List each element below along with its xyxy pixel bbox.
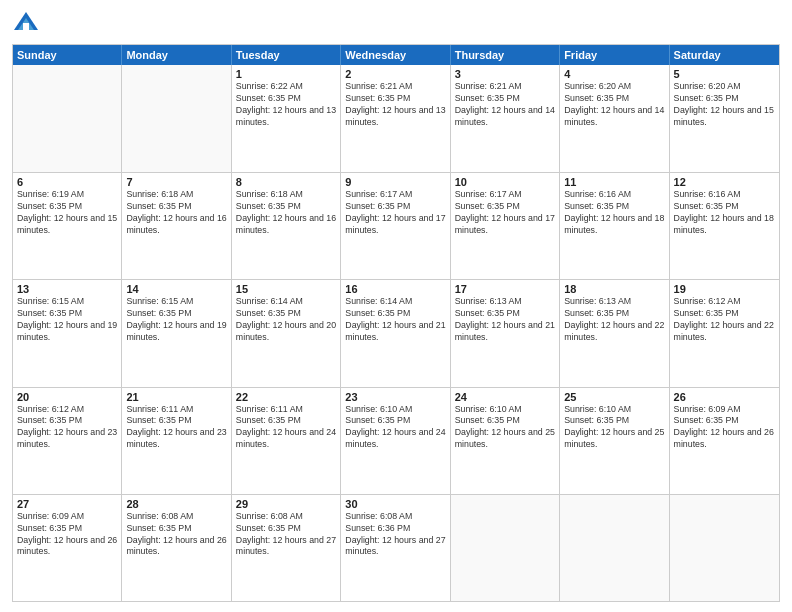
cell-info: Sunrise: 6:21 AMSunset: 6:35 PMDaylight:… [345,81,445,129]
logo [12,10,44,38]
calendar-cell: 1Sunrise: 6:22 AMSunset: 6:35 PMDaylight… [232,65,341,172]
day-number: 15 [236,283,336,295]
cell-info: Sunrise: 6:16 AMSunset: 6:35 PMDaylight:… [674,189,775,237]
cell-info: Sunrise: 6:11 AMSunset: 6:35 PMDaylight:… [126,404,226,452]
cell-info: Sunrise: 6:08 AMSunset: 6:35 PMDaylight:… [126,511,226,559]
calendar-cell: 11Sunrise: 6:16 AMSunset: 6:35 PMDayligh… [560,173,669,279]
cell-info: Sunrise: 6:12 AMSunset: 6:35 PMDaylight:… [674,296,775,344]
day-number: 16 [345,283,445,295]
cell-info: Sunrise: 6:12 AMSunset: 6:35 PMDaylight:… [17,404,117,452]
calendar-cell: 17Sunrise: 6:13 AMSunset: 6:35 PMDayligh… [451,280,560,386]
calendar-week-3: 13Sunrise: 6:15 AMSunset: 6:35 PMDayligh… [13,279,779,386]
cell-info: Sunrise: 6:14 AMSunset: 6:35 PMDaylight:… [236,296,336,344]
calendar-cell: 3Sunrise: 6:21 AMSunset: 6:35 PMDaylight… [451,65,560,172]
day-number: 17 [455,283,555,295]
day-number: 11 [564,176,664,188]
day-number: 5 [674,68,775,80]
cell-info: Sunrise: 6:10 AMSunset: 6:35 PMDaylight:… [564,404,664,452]
day-number: 14 [126,283,226,295]
calendar-cell: 22Sunrise: 6:11 AMSunset: 6:35 PMDayligh… [232,388,341,494]
day-number: 22 [236,391,336,403]
calendar-cell: 26Sunrise: 6:09 AMSunset: 6:35 PMDayligh… [670,388,779,494]
cell-info: Sunrise: 6:18 AMSunset: 6:35 PMDaylight:… [126,189,226,237]
cell-info: Sunrise: 6:17 AMSunset: 6:35 PMDaylight:… [345,189,445,237]
day-number: 21 [126,391,226,403]
day-number: 20 [17,391,117,403]
calendar-cell: 30Sunrise: 6:08 AMSunset: 6:36 PMDayligh… [341,495,450,601]
calendar-cell: 20Sunrise: 6:12 AMSunset: 6:35 PMDayligh… [13,388,122,494]
calendar-cell [670,495,779,601]
header-day-thursday: Thursday [451,45,560,65]
svg-rect-2 [23,23,29,30]
calendar-week-4: 20Sunrise: 6:12 AMSunset: 6:35 PMDayligh… [13,387,779,494]
cell-info: Sunrise: 6:18 AMSunset: 6:35 PMDaylight:… [236,189,336,237]
day-number: 4 [564,68,664,80]
cell-info: Sunrise: 6:13 AMSunset: 6:35 PMDaylight:… [564,296,664,344]
calendar-week-2: 6Sunrise: 6:19 AMSunset: 6:35 PMDaylight… [13,172,779,279]
cell-info: Sunrise: 6:08 AMSunset: 6:36 PMDaylight:… [345,511,445,559]
day-number: 18 [564,283,664,295]
day-number: 3 [455,68,555,80]
header-day-monday: Monday [122,45,231,65]
calendar-cell: 7Sunrise: 6:18 AMSunset: 6:35 PMDaylight… [122,173,231,279]
cell-info: Sunrise: 6:13 AMSunset: 6:35 PMDaylight:… [455,296,555,344]
calendar-cell: 6Sunrise: 6:19 AMSunset: 6:35 PMDaylight… [13,173,122,279]
calendar-cell: 24Sunrise: 6:10 AMSunset: 6:35 PMDayligh… [451,388,560,494]
header-day-sunday: Sunday [13,45,122,65]
calendar-cell: 15Sunrise: 6:14 AMSunset: 6:35 PMDayligh… [232,280,341,386]
day-number: 7 [126,176,226,188]
calendar-cell: 16Sunrise: 6:14 AMSunset: 6:35 PMDayligh… [341,280,450,386]
calendar-week-5: 27Sunrise: 6:09 AMSunset: 6:35 PMDayligh… [13,494,779,601]
calendar-header: SundayMondayTuesdayWednesdayThursdayFrid… [13,45,779,65]
day-number: 23 [345,391,445,403]
cell-info: Sunrise: 6:11 AMSunset: 6:35 PMDaylight:… [236,404,336,452]
calendar-cell [451,495,560,601]
cell-info: Sunrise: 6:15 AMSunset: 6:35 PMDaylight:… [17,296,117,344]
calendar-cell: 14Sunrise: 6:15 AMSunset: 6:35 PMDayligh… [122,280,231,386]
day-number: 24 [455,391,555,403]
cell-info: Sunrise: 6:09 AMSunset: 6:35 PMDaylight:… [674,404,775,452]
header-day-saturday: Saturday [670,45,779,65]
calendar-cell: 12Sunrise: 6:16 AMSunset: 6:35 PMDayligh… [670,173,779,279]
day-number: 1 [236,68,336,80]
calendar-cell: 21Sunrise: 6:11 AMSunset: 6:35 PMDayligh… [122,388,231,494]
cell-info: Sunrise: 6:17 AMSunset: 6:35 PMDaylight:… [455,189,555,237]
calendar-cell: 9Sunrise: 6:17 AMSunset: 6:35 PMDaylight… [341,173,450,279]
cell-info: Sunrise: 6:10 AMSunset: 6:35 PMDaylight:… [455,404,555,452]
day-number: 9 [345,176,445,188]
calendar-cell: 18Sunrise: 6:13 AMSunset: 6:35 PMDayligh… [560,280,669,386]
day-number: 8 [236,176,336,188]
day-number: 27 [17,498,117,510]
cell-info: Sunrise: 6:09 AMSunset: 6:35 PMDaylight:… [17,511,117,559]
cell-info: Sunrise: 6:21 AMSunset: 6:35 PMDaylight:… [455,81,555,129]
header-day-wednesday: Wednesday [341,45,450,65]
calendar-cell: 8Sunrise: 6:18 AMSunset: 6:35 PMDaylight… [232,173,341,279]
cell-info: Sunrise: 6:22 AMSunset: 6:35 PMDaylight:… [236,81,336,129]
calendar-cell: 10Sunrise: 6:17 AMSunset: 6:35 PMDayligh… [451,173,560,279]
calendar-cell: 23Sunrise: 6:10 AMSunset: 6:35 PMDayligh… [341,388,450,494]
calendar-body: 1Sunrise: 6:22 AMSunset: 6:35 PMDaylight… [13,65,779,601]
cell-info: Sunrise: 6:15 AMSunset: 6:35 PMDaylight:… [126,296,226,344]
logo-icon [12,10,40,38]
calendar-cell [13,65,122,172]
day-number: 25 [564,391,664,403]
cell-info: Sunrise: 6:10 AMSunset: 6:35 PMDaylight:… [345,404,445,452]
cell-info: Sunrise: 6:14 AMSunset: 6:35 PMDaylight:… [345,296,445,344]
calendar-week-1: 1Sunrise: 6:22 AMSunset: 6:35 PMDaylight… [13,65,779,172]
cell-info: Sunrise: 6:08 AMSunset: 6:35 PMDaylight:… [236,511,336,559]
day-number: 2 [345,68,445,80]
calendar-cell: 28Sunrise: 6:08 AMSunset: 6:35 PMDayligh… [122,495,231,601]
calendar-cell: 25Sunrise: 6:10 AMSunset: 6:35 PMDayligh… [560,388,669,494]
day-number: 13 [17,283,117,295]
cell-info: Sunrise: 6:20 AMSunset: 6:35 PMDaylight:… [564,81,664,129]
header-day-friday: Friday [560,45,669,65]
day-number: 30 [345,498,445,510]
day-number: 19 [674,283,775,295]
calendar-cell: 27Sunrise: 6:09 AMSunset: 6:35 PMDayligh… [13,495,122,601]
cell-info: Sunrise: 6:16 AMSunset: 6:35 PMDaylight:… [564,189,664,237]
calendar-cell: 19Sunrise: 6:12 AMSunset: 6:35 PMDayligh… [670,280,779,386]
calendar-cell: 2Sunrise: 6:21 AMSunset: 6:35 PMDaylight… [341,65,450,172]
calendar-cell: 5Sunrise: 6:20 AMSunset: 6:35 PMDaylight… [670,65,779,172]
day-number: 12 [674,176,775,188]
day-number: 10 [455,176,555,188]
